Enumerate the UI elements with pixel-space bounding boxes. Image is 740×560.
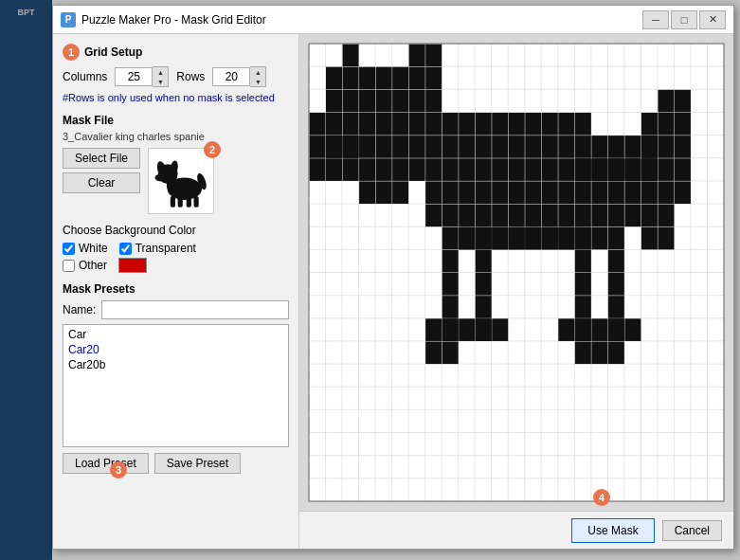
clear-button[interactable]: Clear: [63, 172, 140, 193]
list-item[interactable]: Car: [65, 327, 286, 342]
mask-buttons: Select File Clear: [63, 148, 140, 193]
other-checkbox[interactable]: [63, 260, 75, 272]
svg-rect-6: [177, 196, 182, 208]
columns-spinner: ▲ ▼: [115, 66, 169, 87]
left-panel: 1 Grid Setup Columns ▲ ▼ Rows: [53, 34, 299, 549]
transparent-label: Transparent: [135, 242, 196, 255]
window-icon: P: [61, 12, 76, 27]
section3-badge: 3: [110, 461, 127, 479]
mask-file-section: Mask File 3_Cavalier king charles spanie…: [63, 114, 289, 214]
rows-spinner: ▲ ▼: [212, 66, 266, 87]
columns-down-btn[interactable]: ▼: [153, 77, 168, 86]
background-color-label: Choose Background Color: [63, 224, 289, 237]
transparent-checkbox-item: Transparent: [119, 242, 196, 255]
app-sidebar: BPT: [0, 0, 52, 560]
grid-setup-header: 1 Grid Setup: [63, 44, 289, 61]
columns-spinner-buttons: ▲ ▼: [153, 66, 169, 87]
rows-spinner-buttons: ▲ ▼: [250, 66, 266, 87]
section4-badge: 4: [593, 489, 610, 506]
list-item[interactable]: Car20b: [65, 357, 286, 372]
mask-file-label: Mask File: [63, 114, 289, 127]
grid-setup-section: 1 Grid Setup Columns ▲ ▼ Rows: [63, 44, 289, 104]
window-content: 1 Grid Setup Columns ▲ ▼ Rows: [53, 34, 733, 549]
white-label: White: [79, 242, 108, 255]
list-item[interactable]: Car20: [65, 342, 286, 357]
rows-note: #Rows is only used when no mask is selec…: [63, 91, 289, 104]
save-preset-button[interactable]: Save Preset: [154, 453, 241, 474]
mask-grid-editor-window: P Puzzle Maker Pro - Mask Grid Editor ─ …: [52, 5, 734, 550]
load-preset-button[interactable]: Load Preset: [63, 453, 149, 474]
name-label: Name:: [63, 303, 96, 316]
bg-color-checkboxes: White Transparent: [63, 242, 289, 255]
mask-filename: 3_Cavalier king charles spanie: [63, 131, 289, 142]
background-color-section: Choose Background Color White Transparen…: [63, 224, 289, 273]
use-mask-button[interactable]: Use Mask: [571, 518, 654, 543]
transparent-checkbox[interactable]: [119, 243, 132, 255]
preset-bottom-buttons: Load Preset Save Preset 3: [63, 453, 289, 474]
other-color-swatch[interactable]: [118, 258, 147, 273]
rows-down-btn[interactable]: ▼: [250, 77, 265, 86]
white-checkbox-item: White: [63, 242, 108, 255]
svg-rect-10: [166, 180, 178, 189]
mask-presets-section: Mask Presets Name: Car Car20 Car20b Load…: [63, 282, 289, 474]
grid-setup-title: Grid Setup: [84, 45, 142, 59]
svg-rect-7: [186, 196, 190, 208]
window-title: Puzzle Maker Pro - Mask Grid Editor: [81, 13, 642, 27]
mask-preview-row: Select File Clear: [63, 148, 289, 214]
section2-badge: 2: [204, 141, 221, 158]
title-bar: P Puzzle Maker Pro - Mask Grid Editor ─ …: [53, 6, 733, 34]
right-panel: 4 Use Mask Cancel: [299, 34, 733, 549]
rows-label: Rows: [176, 70, 205, 83]
preset-name-input[interactable]: [101, 300, 289, 319]
other-checkbox-item: Other: [63, 258, 289, 273]
footer-bar: Use Mask Cancel: [299, 511, 733, 549]
close-button[interactable]: ✕: [699, 10, 726, 29]
mask-preview: 2: [148, 148, 214, 214]
select-file-button[interactable]: Select File: [63, 148, 140, 169]
puzzle-grid-canvas: [299, 34, 733, 511]
window-controls: ─ □ ✕: [642, 10, 726, 29]
presets-list[interactable]: Car Car20 Car20b: [63, 324, 289, 447]
svg-rect-8: [193, 196, 198, 208]
section1-badge: 1: [63, 44, 80, 61]
cancel-button[interactable]: Cancel: [662, 520, 722, 541]
columns-label: Columns: [63, 70, 107, 83]
minimize-button[interactable]: ─: [642, 10, 669, 29]
rows-up-btn[interactable]: ▲: [250, 67, 265, 77]
columns-input[interactable]: [115, 67, 153, 86]
other-label: Other: [79, 259, 107, 272]
rows-input[interactable]: [212, 67, 250, 86]
white-checkbox[interactable]: [63, 243, 75, 255]
preset-name-row: Name:: [63, 300, 289, 319]
maximize-button[interactable]: □: [671, 10, 697, 29]
mask-presets-label: Mask Presets: [63, 282, 289, 296]
app-brand: BPT: [0, 8, 52, 17]
columns-up-btn[interactable]: ▲: [153, 67, 168, 77]
dog-silhouette-icon: [151, 151, 212, 212]
svg-rect-5: [170, 196, 174, 208]
columns-row: Columns ▲ ▼ Rows ▲ ▼: [63, 66, 289, 87]
